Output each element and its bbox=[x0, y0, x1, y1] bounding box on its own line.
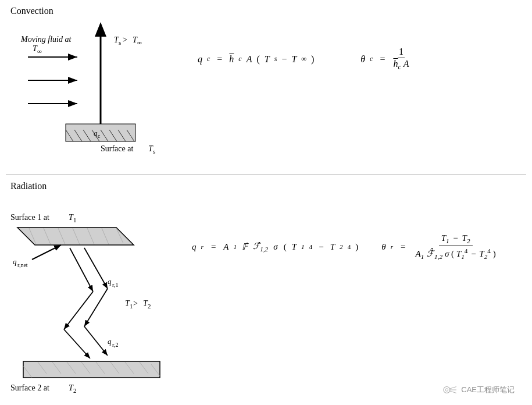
qc-formula: qc = hc A ( Ts − T∞ ) bbox=[198, 54, 314, 65]
svg-text:c: c bbox=[98, 133, 101, 139]
svg-text:q: q bbox=[108, 277, 112, 286]
svg-text:∞: ∞ bbox=[137, 39, 142, 46]
qr-formula: qr = A1 𝔽̂ ℱ̂1,2 σ ( T14 − T24 ) bbox=[192, 241, 358, 253]
svg-text:>: > bbox=[123, 35, 127, 44]
svg-text:r,1: r,1 bbox=[112, 282, 118, 288]
radiation-section: Radiation Surface 1 at T 1 q r,net bbox=[0, 175, 532, 396]
svg-text:1: 1 bbox=[130, 303, 133, 310]
svg-text:q: q bbox=[94, 129, 98, 137]
svg-text:Moving fluid at: Moving fluid at bbox=[20, 35, 72, 44]
svg-line-50 bbox=[84, 326, 108, 356]
radiation-diagram: Surface 1 at T 1 q r,net q r,1 T 1 bbox=[0, 190, 195, 393]
svg-line-76 bbox=[449, 387, 456, 389]
watermark-icon bbox=[441, 383, 458, 396]
svg-text:s: s bbox=[153, 148, 155, 155]
svg-line-45 bbox=[70, 248, 93, 292]
svg-text:r,2: r,2 bbox=[112, 342, 118, 348]
svg-line-42 bbox=[32, 245, 61, 260]
svg-text:s: s bbox=[119, 39, 121, 46]
svg-text:2: 2 bbox=[148, 303, 151, 310]
svg-text:q: q bbox=[13, 257, 17, 266]
convection-section: Convection Moving fl bbox=[0, 0, 532, 175]
svg-line-47 bbox=[64, 329, 90, 358]
svg-point-75 bbox=[445, 389, 448, 392]
theta-r-formula: θr = T1 − T2 A1 ℱ̂1,2 σ ( T14 − T24 ) bbox=[381, 233, 498, 260]
svg-point-74 bbox=[444, 387, 450, 393]
svg-text:2: 2 bbox=[73, 387, 77, 393]
watermark-text: CAE工程师笔记 bbox=[461, 385, 515, 395]
svg-marker-6 bbox=[95, 22, 106, 37]
theta-c-formula: θc = 1 hc A bbox=[360, 47, 410, 72]
svg-text:q: q bbox=[108, 337, 112, 346]
radiation-formulas: qr = A1 𝔽̂ ℱ̂1,2 σ ( T14 − T24 ) θr = T1… bbox=[192, 233, 498, 260]
svg-line-46 bbox=[64, 292, 93, 329]
svg-marker-34 bbox=[17, 228, 134, 245]
convection-title: Convection bbox=[10, 6, 522, 16]
svg-line-49 bbox=[84, 289, 108, 326]
convection-diagram: Moving fluid at T ∞ T s > T ∞ q c Surfac… bbox=[10, 16, 191, 156]
svg-rect-60 bbox=[23, 361, 160, 378]
svg-text:Surface at: Surface at bbox=[101, 144, 133, 153]
svg-line-78 bbox=[449, 391, 456, 393]
convection-formulas: qc = hc A ( Ts − T∞ ) θc = 1 hc A bbox=[198, 47, 410, 72]
svg-text:Surface 1 at: Surface 1 at bbox=[10, 213, 49, 222]
svg-text:Surface 2 at: Surface 2 at bbox=[10, 383, 49, 392]
svg-text:r,net: r,net bbox=[17, 262, 28, 268]
svg-text:1: 1 bbox=[73, 216, 77, 223]
watermark: CAE工程师笔记 bbox=[441, 383, 515, 396]
svg-text:>: > bbox=[133, 299, 138, 308]
svg-text:∞: ∞ bbox=[37, 48, 42, 55]
